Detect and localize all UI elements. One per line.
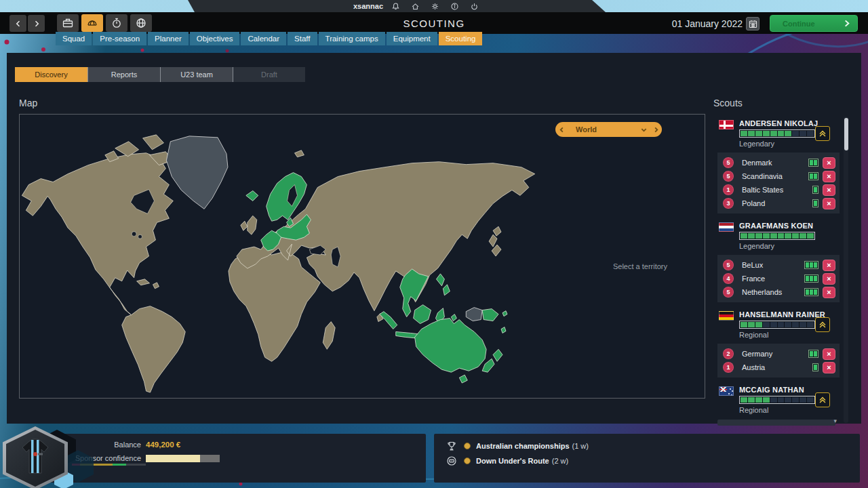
remove-territory-button[interactable]: × [823, 157, 835, 169]
event-name: Down Under's Route [476, 457, 549, 465]
back-button[interactable] [9, 15, 26, 32]
continue-button[interactable]: Continue [770, 15, 858, 32]
territory-count-badge: 2 [723, 348, 734, 359]
remove-territory-button[interactable]: × [823, 198, 835, 209]
territory-level-indicator [804, 261, 818, 269]
territory-level-indicator [804, 274, 818, 283]
territory-name: Germany [742, 350, 808, 358]
territory-name: Poland [742, 199, 812, 207]
section-tabs: Squad Pre-season Planner Objectives Cale… [56, 32, 482, 45]
region-north-america[interactable] [22, 153, 173, 315]
scouting-panel: Discovery Reports U23 team Draft Map Sco… [7, 53, 861, 424]
scout-card: ANDERSEN NIKOLAJ Legendary 5 Denmark × 5 [713, 115, 840, 214]
territory-group: 2 Germany × 1 Austria × [717, 344, 840, 378]
territory-name: France [742, 274, 804, 283]
territory-name: Netherlands [742, 288, 804, 296]
region-madagascar[interactable] [323, 322, 335, 350]
region-papua-new-guinea[interactable] [482, 309, 498, 321]
territory-count-badge: 4 [723, 273, 734, 284]
tab-u23-team[interactable]: U23 team [160, 67, 233, 82]
region-greenland[interactable] [166, 136, 228, 209]
region-africa[interactable] [229, 251, 320, 361]
territory-name: Scandinavia [742, 172, 808, 180]
promote-scout-button[interactable] [815, 126, 830, 141]
territory-row: 5 Scandinavia × [717, 169, 835, 183]
subnav-staff[interactable]: Staff [288, 32, 317, 45]
remove-territory-button[interactable]: × [823, 171, 835, 182]
calendar-icon[interactable] [746, 17, 760, 30]
scroll-down-arrow-icon: ▾ [833, 418, 837, 424]
region-uk[interactable] [248, 216, 257, 235]
region-iceland[interactable] [246, 190, 258, 201]
scrollbar-thumb[interactable] [844, 118, 848, 150]
continue-label: Continue [783, 20, 815, 28]
territory-row: 5 BeLux × [717, 258, 835, 272]
territory-count-badge: 3 [723, 198, 734, 209]
subnav-pre-season[interactable]: Pre-season [93, 32, 146, 45]
region-dropdown-chevron-icon[interactable] [637, 127, 650, 133]
territory-row: 1 Baltic States × [717, 183, 835, 197]
notifications-bell-icon[interactable] [391, 1, 400, 11]
subnav-planner[interactable]: Planner [148, 32, 189, 45]
tab-reports[interactable]: Reports [87, 67, 160, 82]
stage-race-icon [445, 454, 458, 468]
scouts-heading: Scouts [713, 98, 743, 108]
remove-territory-button[interactable]: × [823, 260, 835, 271]
flag-australia-icon [719, 386, 734, 396]
info-icon[interactable] [450, 1, 459, 11]
subnav-squad[interactable]: Squad [56, 32, 92, 45]
region-west-papua[interactable] [466, 308, 482, 321]
scout-name: GRAAFMANS KOEN [739, 222, 840, 230]
power-icon[interactable] [469, 1, 479, 11]
promote-scout-button[interactable] [815, 317, 830, 332]
tab-discovery[interactable]: Discovery [15, 67, 87, 82]
club-jersey-icon [18, 438, 52, 479]
subnav-scouting[interactable]: Scouting [439, 32, 483, 45]
event-row[interactable]: Down Under's Route (2 w) [434, 454, 860, 468]
territory-row: 1 Austria × [717, 361, 835, 374]
region-australia[interactable] [415, 319, 486, 373]
subnav-objectives[interactable]: Objectives [190, 32, 240, 45]
territory-level-indicator [812, 363, 818, 371]
region-philippines[interactable] [436, 274, 450, 296]
subnav-training-camps[interactable]: Training camps [319, 32, 385, 45]
remove-territory-button[interactable]: × [823, 362, 835, 373]
remove-territory-button[interactable]: × [823, 273, 835, 285]
flag-denmark-icon [719, 120, 734, 129]
subnav-calendar[interactable]: Calendar [241, 32, 286, 45]
region-south-america[interactable] [122, 306, 186, 392]
remove-territory-button[interactable]: × [823, 287, 835, 298]
promote-scout-button[interactable] [815, 392, 830, 407]
territory-group: 5 Denmark × 5 Scandinavia × 1 Baltic Sta… [717, 152, 840, 214]
territory-level-indicator [812, 186, 818, 194]
region-selector-dropdown[interactable]: World [555, 122, 662, 137]
region-prev-icon[interactable] [555, 127, 568, 133]
home-icon[interactable] [410, 1, 420, 11]
settings-gear-icon[interactable] [430, 1, 439, 11]
balance-value: 449,200 € [146, 441, 180, 449]
region-central-europe[interactable] [276, 214, 311, 240]
event-row[interactable]: Australian championships (1 w) [434, 439, 860, 453]
territory-name: Baltic States [742, 186, 812, 194]
stopwatch-tab-icon[interactable] [106, 14, 127, 32]
scout-list-scroll-down[interactable]: ▾ [717, 420, 835, 426]
globe-tab-icon[interactable] [130, 14, 152, 32]
management-helmet-tab-icon[interactable] [81, 14, 103, 32]
scout-skill-bar [739, 396, 815, 404]
world-map[interactable] [20, 115, 705, 398]
remove-territory-button[interactable]: × [823, 348, 835, 360]
tab-draft: Draft [233, 67, 305, 82]
forward-button[interactable] [28, 15, 45, 32]
main-nav-bar: SCOUTING 01 January 2022 Continue [0, 12, 868, 34]
subnav-equipment[interactable]: Equipment [387, 32, 437, 45]
scout-card: HANSELMANN RAINER Regional 2 Germany × 1 [713, 306, 840, 378]
scout-list-scrollbar[interactable] [844, 117, 848, 423]
territory-row: 4 France × [717, 272, 835, 285]
scouting-tabs: Discovery Reports U23 team Draft [15, 67, 305, 82]
territory-count-badge: 1 [723, 184, 734, 195]
remove-territory-button[interactable]: × [823, 184, 835, 196]
region-japan[interactable] [493, 226, 501, 236]
team-briefcase-tab-icon[interactable] [57, 14, 79, 32]
upcoming-events-panel: Australian championships (1 w) Down Unde… [434, 434, 860, 483]
region-next-icon[interactable] [650, 127, 662, 133]
